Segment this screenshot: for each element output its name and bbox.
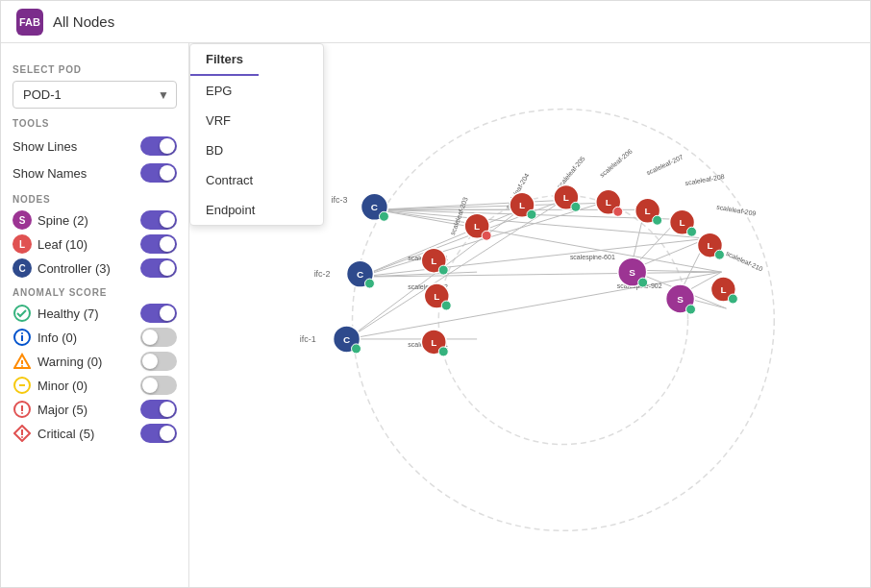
leaf-toggle[interactable] [140, 234, 177, 254]
svg-point-67 [352, 344, 361, 354]
svg-point-6 [21, 365, 23, 367]
svg-point-94 [687, 227, 697, 236]
canvas-area: Filters EPG VRF BD Contract Endpoint [189, 43, 870, 587]
app-logo: FAB [16, 9, 43, 36]
svg-text:scaleleaf-209: scaleleaf-209 [716, 204, 757, 217]
svg-point-85 [571, 202, 581, 211]
svg-point-76 [438, 347, 448, 356]
svg-point-14 [21, 436, 23, 438]
minor-toggle[interactable] [140, 376, 177, 395]
major-icon [12, 400, 32, 419]
svg-point-70 [438, 265, 448, 275]
svg-text:scaleleaf-207: scaleleaf-207 [645, 154, 684, 177]
filter-contract[interactable]: Contract [190, 165, 323, 195]
show-lines-row: Show Lines [12, 135, 177, 158]
healthy-row: Healthy (7) [12, 304, 177, 323]
page-title: All Nodes [53, 13, 114, 30]
svg-text:C: C [371, 202, 378, 212]
warning-row: Warning (0) [12, 352, 177, 371]
svg-point-11 [21, 412, 23, 414]
svg-point-15 [353, 110, 775, 531]
svg-text:scaleleaf-210: scaleleaf-210 [725, 250, 764, 273]
svg-text:L: L [720, 284, 726, 295]
filters-tab[interactable]: Filters [190, 44, 259, 76]
svg-text:L: L [474, 221, 480, 232]
minor-row: Minor (0) [12, 376, 177, 395]
pod-select[interactable]: POD-1 [12, 81, 177, 109]
tools-label: TOOLS [12, 118, 177, 129]
nodes-label: NODES [12, 194, 177, 205]
leaf-badge: L [12, 234, 32, 254]
show-lines-toggle[interactable] [140, 136, 177, 156]
minor-icon [12, 376, 32, 395]
healthy-toggle[interactable] [140, 304, 177, 323]
svg-point-82 [527, 209, 536, 219]
svg-point-61 [379, 211, 388, 221]
critical-row: Critical (5) [12, 424, 177, 443]
svg-point-103 [638, 278, 648, 287]
svg-text:L: L [680, 217, 685, 228]
critical-icon [12, 424, 32, 443]
info-icon [12, 328, 32, 347]
svg-point-79 [482, 231, 491, 240]
svg-point-100 [728, 294, 737, 304]
sidebar: SELECT POD POD-1 ▼ TOOLS Show Lines Show… [1, 43, 189, 587]
spine-row: S Spine (2) [12, 210, 177, 230]
svg-point-73 [441, 301, 451, 310]
svg-text:ifc-2: ifc-2 [314, 269, 331, 279]
svg-text:ifc-1: ifc-1 [300, 334, 316, 344]
info-label: Info (0) [37, 331, 140, 345]
warning-label: Warning (0) [37, 355, 140, 369]
spine-label: Spine (2) [37, 213, 140, 228]
show-names-toggle[interactable] [140, 163, 177, 183]
svg-text:S: S [629, 267, 635, 278]
critical-toggle[interactable] [140, 424, 177, 443]
svg-text:L: L [431, 337, 436, 348]
warning-toggle[interactable] [140, 352, 177, 371]
svg-point-64 [364, 279, 374, 288]
header: FAB All Nodes [1, 1, 870, 43]
select-pod-label: SELECT POD [12, 64, 177, 75]
minor-label: Minor (0) [37, 379, 140, 393]
controller-label: Controller (3) [37, 261, 140, 276]
leaf-label: Leaf (10) [37, 237, 140, 252]
svg-text:scaleleaf-205: scaleleaf-205 [556, 155, 586, 189]
svg-text:L: L [519, 200, 525, 210]
healthy-icon [12, 304, 32, 323]
svg-text:C: C [343, 334, 350, 345]
svg-text:L: L [707, 240, 712, 251]
svg-text:L: L [431, 256, 436, 266]
svg-line-34 [348, 272, 722, 339]
filter-epg[interactable]: EPG [190, 76, 323, 106]
svg-text:scalespine-601: scalespine-601 [570, 254, 615, 261]
show-names-label: Show Names [12, 166, 87, 181]
critical-label: Critical (5) [37, 427, 140, 441]
show-names-row: Show Names [12, 161, 177, 184]
info-row: Info (0) [12, 328, 177, 347]
info-toggle[interactable] [140, 328, 177, 347]
spine-toggle[interactable] [140, 210, 177, 230]
spine-badge: S [12, 210, 32, 230]
controller-badge: C [12, 258, 32, 278]
svg-point-91 [653, 215, 662, 225]
filter-endpoint[interactable]: Endpoint [190, 195, 323, 225]
filter-bd[interactable]: BD [190, 135, 323, 165]
anomaly-score-label: ANOMALY SCORE [12, 287, 177, 298]
major-label: Major (5) [37, 403, 140, 417]
svg-text:L: L [645, 206, 651, 216]
svg-point-3 [21, 332, 23, 334]
svg-text:L: L [434, 291, 439, 302]
filters-panel: Filters EPG VRF BD Contract Endpoint [189, 43, 324, 226]
controller-toggle[interactable] [140, 258, 177, 278]
svg-text:scaleleaf-208: scaleleaf-208 [684, 173, 725, 186]
pod-select-container[interactable]: POD-1 ▼ [12, 81, 177, 109]
filter-vrf[interactable]: VRF [190, 106, 323, 135]
svg-text:ifc-3: ifc-3 [332, 195, 348, 205]
svg-text:scaleleaf-206: scaleleaf-206 [599, 148, 634, 179]
warning-icon [12, 352, 32, 371]
major-toggle[interactable] [140, 400, 177, 419]
svg-text:C: C [357, 269, 363, 280]
healthy-label: Healthy (7) [37, 306, 140, 321]
svg-point-97 [714, 250, 724, 259]
svg-point-106 [686, 305, 696, 314]
